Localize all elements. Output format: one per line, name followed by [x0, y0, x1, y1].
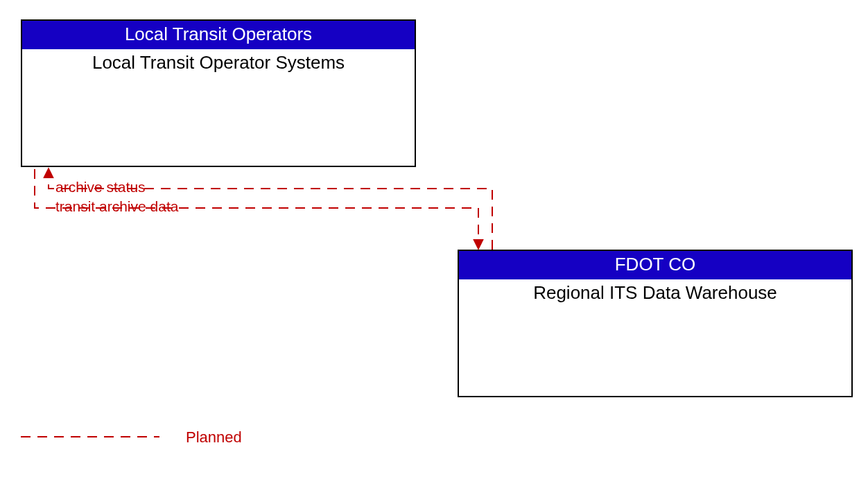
flow-label-transit-archive-data: transit archive data	[55, 198, 178, 215]
entity-header-fdot-co: FDOT CO	[459, 251, 851, 279]
entity-box-local-transit: Local Transit Operators Local Transit Op…	[21, 19, 416, 167]
flow-label-archive-status: archive status	[55, 179, 146, 196]
entity-body-fdot-co: Regional ITS Data Warehouse	[459, 279, 851, 304]
entity-box-fdot-co: FDOT CO Regional ITS Data Warehouse	[458, 250, 853, 397]
legend-label-planned: Planned	[186, 428, 242, 446]
entity-header-local-transit: Local Transit Operators	[22, 21, 415, 49]
entity-body-local-transit: Local Transit Operator Systems	[22, 49, 415, 73]
